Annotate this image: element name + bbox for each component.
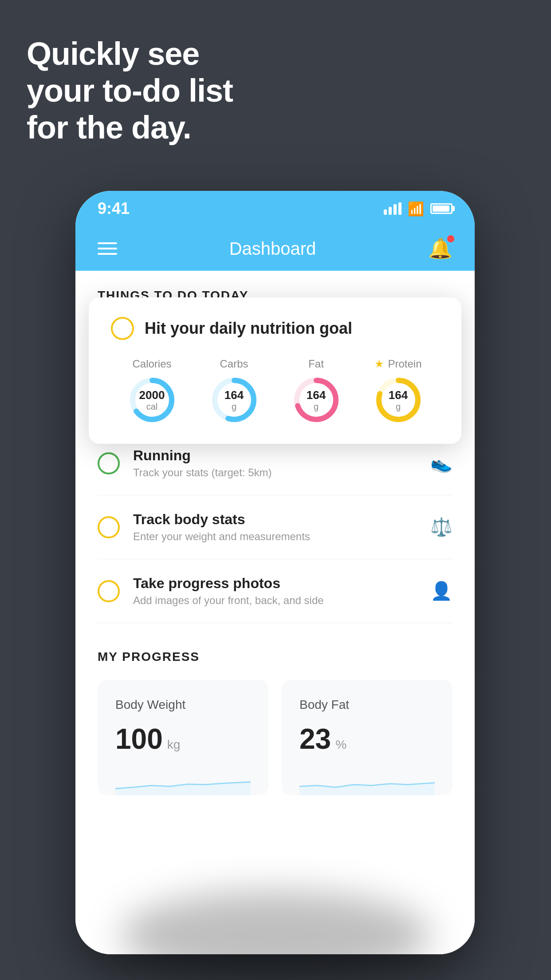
wifi-icon: 📶: [408, 201, 424, 217]
body-fat-value: 23 %: [299, 723, 435, 755]
todo-running-title: Running: [133, 447, 417, 464]
todo-running-subtitle: Track your stats (target: 5km): [133, 466, 417, 479]
carbs-unit: g: [224, 401, 244, 411]
person-icon: 👤: [430, 581, 453, 601]
body-fat-chart: [299, 769, 435, 795]
hero-text: Quickly see your to-do list for the day.: [27, 36, 233, 146]
my-progress-section: MY PROGRESS Body Weight 100 kg: [75, 623, 475, 813]
progress-cards: Body Weight 100 kg Body Fat: [98, 680, 453, 795]
hero-line2: your to-do list: [27, 72, 233, 109]
nutrition-card[interactable]: Hit your daily nutrition goal Calories 2…: [89, 297, 461, 444]
todo-photos-title: Take progress photos: [133, 575, 417, 592]
body-weight-number: 100: [115, 723, 163, 755]
macros-row: Calories 2000 cal Carbs: [111, 358, 439, 424]
macro-carbs-label: Carbs: [220, 358, 248, 370]
phone-frame: 9:41 📶 Dashboard 🔔 TH: [75, 191, 475, 954]
macro-calories-donut: 2000 cal: [128, 375, 177, 424]
body-weight-title: Body Weight: [115, 698, 251, 712]
protein-value: 164: [389, 389, 408, 402]
todo-list: Running Track your stats (target: 5km) 👟…: [75, 431, 475, 623]
hero-line1: Quickly see: [27, 36, 233, 72]
body-weight-value: 100 kg: [115, 723, 251, 755]
header-title: Dashboard: [229, 239, 316, 259]
todo-body-stats-checkbox[interactable]: [98, 516, 120, 538]
body-weight-unit: kg: [167, 738, 181, 752]
status-bar: 9:41 📶: [75, 191, 475, 226]
status-icons: 📶: [384, 201, 453, 217]
star-icon: ★: [374, 358, 384, 370]
todo-body-stats[interactable]: Track body stats Enter your weight and m…: [98, 495, 453, 559]
macro-protein-label: ★ Protein: [374, 358, 421, 370]
nutrition-checkbox[interactable]: [111, 317, 134, 340]
todo-body-stats-title: Track body stats: [133, 511, 417, 528]
protein-unit: g: [389, 401, 408, 411]
macro-fat-label: Fat: [308, 358, 324, 370]
carbs-value: 164: [224, 389, 244, 402]
macro-calories-label: Calories: [132, 358, 171, 370]
nutrition-card-header: Hit your daily nutrition goal: [111, 317, 439, 340]
body-fat-number: 23: [299, 723, 331, 755]
body-fat-unit: %: [335, 738, 346, 752]
body-weight-chart: [115, 769, 251, 795]
todo-body-stats-subtitle: Enter your weight and measurements: [133, 530, 417, 543]
nutrition-title: Hit your daily nutrition goal: [145, 319, 352, 338]
todo-photos-subtitle: Add images of your front, back, and side: [133, 594, 417, 607]
macro-calories: Calories 2000 cal: [128, 358, 177, 424]
calories-unit: cal: [139, 401, 165, 411]
bg-shadow: [120, 891, 431, 980]
status-time: 9:41: [98, 199, 130, 218]
fat-unit: g: [307, 401, 326, 411]
body-weight-card[interactable]: Body Weight 100 kg: [98, 680, 268, 795]
macro-carbs-donut: 164 g: [210, 375, 259, 424]
todo-photos-checkbox[interactable]: [98, 580, 120, 602]
todo-body-stats-info: Track body stats Enter your weight and m…: [133, 511, 417, 543]
fat-value: 164: [307, 389, 326, 402]
my-progress-title: MY PROGRESS: [98, 650, 453, 664]
macro-fat-donut: 164 g: [292, 375, 341, 424]
battery-icon: [430, 203, 453, 214]
macro-fat: Fat 164 g: [292, 358, 341, 424]
app-content: THINGS TO DO TODAY Hit your daily nutrit…: [75, 271, 475, 954]
menu-icon[interactable]: [98, 242, 117, 255]
running-icon: 👟: [430, 453, 453, 474]
macro-protein: ★ Protein 164 g: [374, 358, 423, 424]
macro-protein-donut: 164 g: [374, 375, 423, 424]
todo-running-info: Running Track your stats (target: 5km): [133, 447, 417, 479]
signal-icon: [384, 202, 401, 215]
bell-icon[interactable]: 🔔: [428, 237, 453, 260]
calories-value: 2000: [139, 389, 165, 402]
bell-notification-dot: [447, 235, 454, 242]
body-fat-card[interactable]: Body Fat 23 %: [282, 680, 453, 795]
todo-photos-info: Take progress photos Add images of your …: [133, 575, 417, 607]
body-fat-title: Body Fat: [299, 698, 435, 712]
todo-progress-photos[interactable]: Take progress photos Add images of your …: [98, 559, 453, 623]
todo-running-checkbox[interactable]: [98, 452, 120, 474]
hero-line3: for the day.: [27, 109, 233, 146]
svg-marker-8: [115, 782, 251, 795]
macro-carbs: Carbs 164 g: [210, 358, 259, 424]
app-header: Dashboard 🔔: [75, 226, 475, 271]
scale-icon: ⚖️: [430, 517, 453, 537]
